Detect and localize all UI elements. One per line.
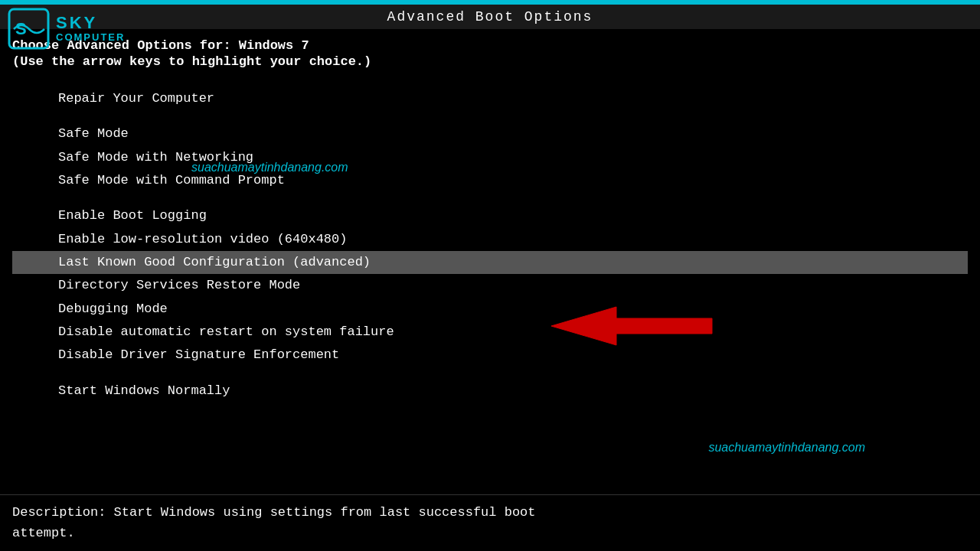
menu-item-disable-restart[interactable]: Disable automatic restart on system fail…	[12, 321, 968, 344]
menu-item-debugging[interactable]: Debugging Mode	[12, 298, 968, 321]
menu-item-safe-mode[interactable]: Safe Mode	[12, 122, 968, 145]
arrow-container	[547, 303, 716, 349]
description-line-1: Description: Start Windows using setting…	[12, 503, 968, 523]
menu-item-directory-services[interactable]: Directory Services Restore Mode	[12, 274, 968, 297]
menu-spacer	[12, 367, 968, 380]
header-line-2: (Use the arrow keys to highlight your ch…	[12, 54, 968, 69]
logo-sky: SKY	[56, 14, 125, 32]
menu-container: Repair Your ComputerSafe ModeSafe Mode w…	[12, 87, 968, 403]
menu-spacer	[12, 110, 968, 122]
menu-item-disable-driver[interactable]: Disable Driver Signature Enforcement	[12, 344, 968, 367]
sky-logo-icon: S	[8, 8, 50, 50]
menu-item-repair[interactable]: Repair Your Computer	[12, 87, 968, 110]
menu-item-enable-low-res[interactable]: Enable low-resolution video (640x480)	[12, 228, 968, 251]
logo-area: S SKY COMPUTER	[8, 8, 125, 50]
menu-item-start-windows[interactable]: Start Windows Normally	[12, 380, 968, 403]
menu-item-safe-mode-networking[interactable]: Safe Mode with Networking	[12, 146, 968, 169]
logo-text: SKY COMPUTER	[56, 14, 125, 43]
menu-item-safe-mode-cmd[interactable]: Safe Mode with Command Prompt	[12, 169, 968, 192]
main-content: Choose Advanced Options for: Windows 7 (…	[0, 29, 980, 551]
svg-text:S: S	[15, 19, 27, 38]
menu-item-last-known-good[interactable]: Last Known Good Configuration (advanced)	[12, 251, 968, 274]
header-line-1: Choose Advanced Options for: Windows 7	[12, 38, 968, 53]
description-area: Description: Start Windows using setting…	[0, 494, 980, 551]
svg-marker-2	[551, 307, 712, 345]
menu-spacer	[12, 192, 968, 204]
title-bar: Advanced Boot Options	[0, 5, 980, 29]
watermark-2: suachuamaytinhdanang.com	[708, 441, 865, 455]
logo-computer: COMPUTER	[56, 32, 125, 43]
red-arrow-icon	[547, 303, 716, 349]
menu-item-enable-boot-logging[interactable]: Enable Boot Logging	[12, 204, 968, 227]
window-title: Advanced Boot Options	[387, 9, 593, 24]
description-line-2: attempt.	[12, 523, 968, 543]
